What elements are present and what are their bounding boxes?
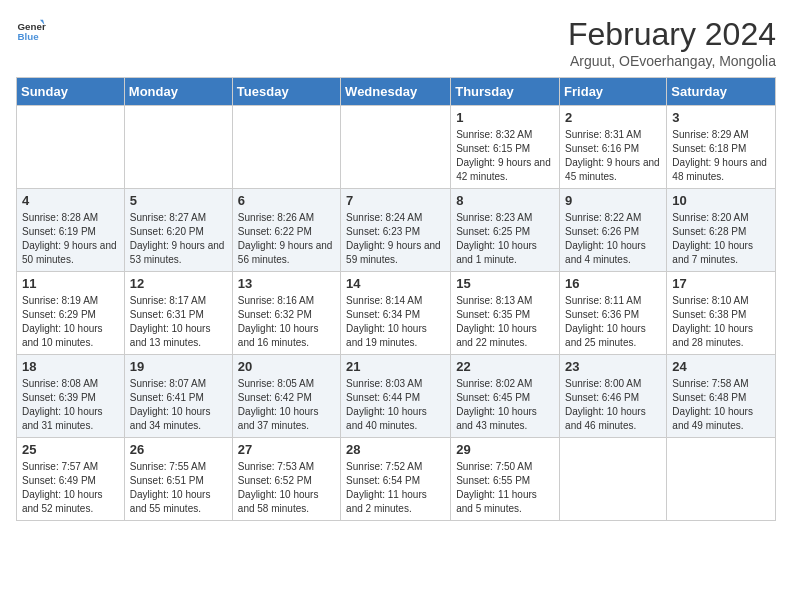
day-cell: 28Sunrise: 7:52 AM Sunset: 6:54 PM Dayli… (341, 438, 451, 521)
day-info: Sunrise: 8:32 AM Sunset: 6:15 PM Dayligh… (456, 128, 554, 184)
day-info: Sunrise: 8:10 AM Sunset: 6:38 PM Dayligh… (672, 294, 770, 350)
page-header: General Blue February 2024 Arguut, OEvoe… (16, 16, 776, 69)
day-number: 19 (130, 359, 227, 374)
day-cell: 27Sunrise: 7:53 AM Sunset: 6:52 PM Dayli… (232, 438, 340, 521)
day-info: Sunrise: 8:19 AM Sunset: 6:29 PM Dayligh… (22, 294, 119, 350)
day-number: 25 (22, 442, 119, 457)
day-info: Sunrise: 8:31 AM Sunset: 6:16 PM Dayligh… (565, 128, 661, 184)
day-cell: 25Sunrise: 7:57 AM Sunset: 6:49 PM Dayli… (17, 438, 125, 521)
day-number: 24 (672, 359, 770, 374)
day-cell (667, 438, 776, 521)
day-cell: 4Sunrise: 8:28 AM Sunset: 6:19 PM Daylig… (17, 189, 125, 272)
day-info: Sunrise: 7:52 AM Sunset: 6:54 PM Dayligh… (346, 460, 445, 516)
day-info: Sunrise: 8:27 AM Sunset: 6:20 PM Dayligh… (130, 211, 227, 267)
day-info: Sunrise: 8:28 AM Sunset: 6:19 PM Dayligh… (22, 211, 119, 267)
day-cell: 12Sunrise: 8:17 AM Sunset: 6:31 PM Dayli… (124, 272, 232, 355)
day-info: Sunrise: 7:55 AM Sunset: 6:51 PM Dayligh… (130, 460, 227, 516)
day-number: 4 (22, 193, 119, 208)
day-info: Sunrise: 8:20 AM Sunset: 6:28 PM Dayligh… (672, 211, 770, 267)
title-block: February 2024 Arguut, OEvoerhangay, Mong… (568, 16, 776, 69)
header-row: SundayMondayTuesdayWednesdayThursdayFrid… (17, 78, 776, 106)
calendar-table: SundayMondayTuesdayWednesdayThursdayFrid… (16, 77, 776, 521)
day-info: Sunrise: 8:13 AM Sunset: 6:35 PM Dayligh… (456, 294, 554, 350)
day-cell (341, 106, 451, 189)
column-header-monday: Monday (124, 78, 232, 106)
day-cell: 14Sunrise: 8:14 AM Sunset: 6:34 PM Dayli… (341, 272, 451, 355)
day-number: 2 (565, 110, 661, 125)
day-cell (17, 106, 125, 189)
day-cell: 29Sunrise: 7:50 AM Sunset: 6:55 PM Dayli… (451, 438, 560, 521)
day-cell: 15Sunrise: 8:13 AM Sunset: 6:35 PM Dayli… (451, 272, 560, 355)
day-number: 20 (238, 359, 335, 374)
day-info: Sunrise: 8:16 AM Sunset: 6:32 PM Dayligh… (238, 294, 335, 350)
day-cell: 16Sunrise: 8:11 AM Sunset: 6:36 PM Dayli… (560, 272, 667, 355)
day-info: Sunrise: 8:17 AM Sunset: 6:31 PM Dayligh… (130, 294, 227, 350)
day-number: 11 (22, 276, 119, 291)
day-cell: 9Sunrise: 8:22 AM Sunset: 6:26 PM Daylig… (560, 189, 667, 272)
day-info: Sunrise: 8:26 AM Sunset: 6:22 PM Dayligh… (238, 211, 335, 267)
day-number: 12 (130, 276, 227, 291)
day-cell: 6Sunrise: 8:26 AM Sunset: 6:22 PM Daylig… (232, 189, 340, 272)
week-row-3: 11Sunrise: 8:19 AM Sunset: 6:29 PM Dayli… (17, 272, 776, 355)
day-cell: 23Sunrise: 8:00 AM Sunset: 6:46 PM Dayli… (560, 355, 667, 438)
day-info: Sunrise: 8:23 AM Sunset: 6:25 PM Dayligh… (456, 211, 554, 267)
day-cell (560, 438, 667, 521)
day-number: 13 (238, 276, 335, 291)
logo: General Blue (16, 16, 46, 46)
day-number: 6 (238, 193, 335, 208)
day-number: 17 (672, 276, 770, 291)
day-info: Sunrise: 8:08 AM Sunset: 6:39 PM Dayligh… (22, 377, 119, 433)
day-number: 15 (456, 276, 554, 291)
day-cell: 10Sunrise: 8:20 AM Sunset: 6:28 PM Dayli… (667, 189, 776, 272)
week-row-1: 1Sunrise: 8:32 AM Sunset: 6:15 PM Daylig… (17, 106, 776, 189)
day-cell: 18Sunrise: 8:08 AM Sunset: 6:39 PM Dayli… (17, 355, 125, 438)
day-number: 8 (456, 193, 554, 208)
svg-text:Blue: Blue (18, 31, 40, 42)
day-info: Sunrise: 8:03 AM Sunset: 6:44 PM Dayligh… (346, 377, 445, 433)
day-number: 3 (672, 110, 770, 125)
day-cell: 22Sunrise: 8:02 AM Sunset: 6:45 PM Dayli… (451, 355, 560, 438)
day-cell: 2Sunrise: 8:31 AM Sunset: 6:16 PM Daylig… (560, 106, 667, 189)
day-cell: 8Sunrise: 8:23 AM Sunset: 6:25 PM Daylig… (451, 189, 560, 272)
column-header-sunday: Sunday (17, 78, 125, 106)
day-number: 21 (346, 359, 445, 374)
day-info: Sunrise: 8:05 AM Sunset: 6:42 PM Dayligh… (238, 377, 335, 433)
day-info: Sunrise: 8:07 AM Sunset: 6:41 PM Dayligh… (130, 377, 227, 433)
week-row-2: 4Sunrise: 8:28 AM Sunset: 6:19 PM Daylig… (17, 189, 776, 272)
column-header-thursday: Thursday (451, 78, 560, 106)
day-info: Sunrise: 8:11 AM Sunset: 6:36 PM Dayligh… (565, 294, 661, 350)
day-info: Sunrise: 8:24 AM Sunset: 6:23 PM Dayligh… (346, 211, 445, 267)
column-header-tuesday: Tuesday (232, 78, 340, 106)
column-header-friday: Friday (560, 78, 667, 106)
day-info: Sunrise: 8:29 AM Sunset: 6:18 PM Dayligh… (672, 128, 770, 184)
day-info: Sunrise: 7:50 AM Sunset: 6:55 PM Dayligh… (456, 460, 554, 516)
day-info: Sunrise: 8:14 AM Sunset: 6:34 PM Dayligh… (346, 294, 445, 350)
day-cell: 21Sunrise: 8:03 AM Sunset: 6:44 PM Dayli… (341, 355, 451, 438)
day-info: Sunrise: 8:00 AM Sunset: 6:46 PM Dayligh… (565, 377, 661, 433)
day-cell: 20Sunrise: 8:05 AM Sunset: 6:42 PM Dayli… (232, 355, 340, 438)
day-number: 27 (238, 442, 335, 457)
day-cell: 1Sunrise: 8:32 AM Sunset: 6:15 PM Daylig… (451, 106, 560, 189)
week-row-4: 18Sunrise: 8:08 AM Sunset: 6:39 PM Dayli… (17, 355, 776, 438)
day-cell: 11Sunrise: 8:19 AM Sunset: 6:29 PM Dayli… (17, 272, 125, 355)
day-number: 29 (456, 442, 554, 457)
week-row-5: 25Sunrise: 7:57 AM Sunset: 6:49 PM Dayli… (17, 438, 776, 521)
day-cell: 26Sunrise: 7:55 AM Sunset: 6:51 PM Dayli… (124, 438, 232, 521)
day-info: Sunrise: 7:57 AM Sunset: 6:49 PM Dayligh… (22, 460, 119, 516)
day-number: 7 (346, 193, 445, 208)
day-cell (124, 106, 232, 189)
day-cell: 13Sunrise: 8:16 AM Sunset: 6:32 PM Dayli… (232, 272, 340, 355)
day-info: Sunrise: 8:02 AM Sunset: 6:45 PM Dayligh… (456, 377, 554, 433)
day-number: 22 (456, 359, 554, 374)
day-number: 1 (456, 110, 554, 125)
day-info: Sunrise: 8:22 AM Sunset: 6:26 PM Dayligh… (565, 211, 661, 267)
day-number: 28 (346, 442, 445, 457)
day-number: 14 (346, 276, 445, 291)
day-cell: 17Sunrise: 8:10 AM Sunset: 6:38 PM Dayli… (667, 272, 776, 355)
day-number: 16 (565, 276, 661, 291)
day-number: 10 (672, 193, 770, 208)
logo-icon: General Blue (16, 16, 46, 46)
day-cell: 7Sunrise: 8:24 AM Sunset: 6:23 PM Daylig… (341, 189, 451, 272)
subtitle: Arguut, OEvoerhangay, Mongolia (568, 53, 776, 69)
day-cell: 24Sunrise: 7:58 AM Sunset: 6:48 PM Dayli… (667, 355, 776, 438)
